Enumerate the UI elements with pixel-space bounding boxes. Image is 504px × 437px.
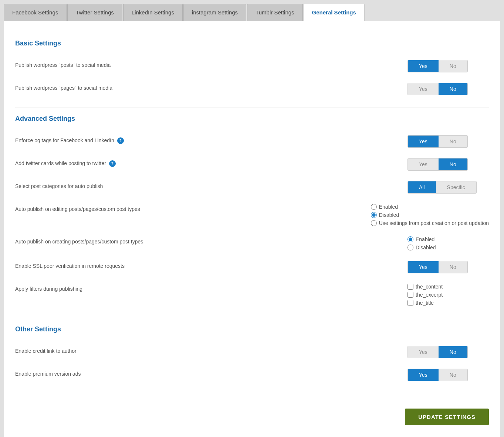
tab-instagram[interactable]: instagram Settings bbox=[183, 4, 246, 21]
post-categories-control: All Specific bbox=[407, 181, 489, 194]
premium-ads-yes-button[interactable]: Yes bbox=[408, 369, 439, 381]
enforce-og-row: Enforce og tags for Facebook and LinkedI… bbox=[15, 130, 489, 153]
publish-pages-yes-button[interactable]: Yes bbox=[408, 83, 439, 95]
credit-link-toggle: Yes No bbox=[407, 346, 468, 358]
advanced-other-divider bbox=[15, 318, 489, 318]
filter-the-excerpt-checkbox[interactable] bbox=[407, 292, 413, 298]
post-categories-specific-button[interactable]: Specific bbox=[436, 181, 476, 193]
advanced-settings-section: Advanced Settings Enforce og tags for Fa… bbox=[15, 115, 489, 311]
auto-publish-create-control: Enabled Disabled bbox=[407, 236, 489, 250]
auto-publish-edit-use-settings-option[interactable]: Use settings from post creation or post … bbox=[371, 220, 489, 226]
tab-linkedin[interactable]: LinkedIn Settings bbox=[123, 4, 183, 21]
filter-the-content-checkbox[interactable] bbox=[407, 284, 413, 290]
publish-pages-no-button[interactable]: No bbox=[439, 83, 467, 95]
apply-filters-checkbox-group: the_content the_excerpt the_title bbox=[407, 284, 443, 306]
tab-general[interactable]: General Settings bbox=[304, 4, 365, 21]
publish-posts-toggle: Yes No bbox=[407, 60, 468, 72]
auto-publish-edit-row: Auto publish on editing posts/pages/cust… bbox=[15, 199, 489, 231]
auto-publish-create-radio-group: Enabled Disabled bbox=[407, 236, 436, 250]
auto-publish-edit-label: Auto publish on editing posts/pages/cust… bbox=[15, 204, 371, 212]
ssl-label: Enable SSL peer verification in remote r… bbox=[15, 261, 407, 269]
credit-link-yes-button[interactable]: Yes bbox=[408, 346, 439, 358]
publish-pages-row: Publish wordpress `pages` to social medi… bbox=[15, 78, 489, 100]
twitter-cards-label: Add twitter cards while posting to twitt… bbox=[15, 158, 407, 167]
twitter-cards-toggle: Yes No bbox=[407, 158, 468, 171]
premium-ads-row: Enable premium version ads Yes No bbox=[15, 363, 489, 386]
twitter-cards-yes-button[interactable]: Yes bbox=[408, 158, 439, 170]
post-categories-toggle: All Specific bbox=[407, 181, 477, 194]
publish-posts-row: Publish wordpress `posts` to social medi… bbox=[15, 55, 489, 78]
tabs-bar: Facebook Settings Twitter Settings Linke… bbox=[4, 4, 500, 21]
apply-filters-label: Apply filters during publishing bbox=[15, 284, 407, 292]
basic-settings-section: Basic Settings Publish wordpress `posts`… bbox=[15, 40, 489, 100]
auto-publish-create-enabled-radio[interactable] bbox=[407, 236, 413, 242]
credit-link-label: Enable credit link to author bbox=[15, 346, 407, 354]
enforce-og-control: Yes No bbox=[407, 135, 489, 148]
publish-pages-control: Yes No bbox=[407, 83, 489, 95]
advanced-settings-title: Advanced Settings bbox=[15, 115, 489, 123]
auto-publish-edit-control: Enabled Disabled Use settings from post … bbox=[371, 204, 489, 226]
content-area: Basic Settings Publish wordpress `posts`… bbox=[4, 21, 500, 437]
publish-posts-no-button[interactable]: No bbox=[439, 60, 467, 72]
credit-link-no-button[interactable]: No bbox=[439, 346, 467, 358]
credit-link-control: Yes No bbox=[407, 346, 489, 358]
post-categories-all-button[interactable]: All bbox=[408, 181, 436, 193]
premium-ads-toggle: Yes No bbox=[407, 369, 468, 381]
auto-publish-edit-use-settings-radio[interactable] bbox=[371, 220, 377, 226]
enforce-og-label: Enforce og tags for Facebook and LinkedI… bbox=[15, 135, 407, 144]
auto-publish-create-row: Auto publish on creating posts/pages/cus… bbox=[15, 231, 489, 256]
tab-twitter[interactable]: Twitter Settings bbox=[67, 4, 122, 21]
twitter-cards-help-icon[interactable]: ? bbox=[109, 160, 116, 167]
filter-the-title-checkbox[interactable] bbox=[407, 300, 413, 306]
auto-publish-create-label: Auto publish on creating posts/pages/cus… bbox=[15, 236, 407, 245]
auto-publish-edit-enabled-option[interactable]: Enabled bbox=[371, 204, 489, 210]
post-categories-row: Select post categories for auto publish … bbox=[15, 176, 489, 199]
auto-publish-create-disabled-radio[interactable] bbox=[407, 245, 413, 250]
enforce-og-no-button[interactable]: No bbox=[439, 136, 467, 147]
auto-publish-edit-radio-group: Enabled Disabled Use settings from post … bbox=[371, 204, 489, 226]
update-settings-button[interactable]: UPDATE SETTINGS bbox=[405, 409, 489, 425]
filter-the-excerpt-option[interactable]: the_excerpt bbox=[407, 292, 443, 298]
twitter-cards-control: Yes No bbox=[407, 158, 489, 171]
basic-settings-title: Basic Settings bbox=[15, 40, 489, 47]
tab-tumblr[interactable]: Tumblr Settings bbox=[247, 4, 302, 21]
publish-pages-toggle: Yes No bbox=[407, 83, 468, 95]
auto-publish-edit-disabled-radio[interactable] bbox=[371, 212, 377, 218]
update-button-container: UPDATE SETTINGS bbox=[15, 397, 489, 425]
auto-publish-create-disabled-option[interactable]: Disabled bbox=[407, 245, 436, 250]
publish-posts-yes-button[interactable]: Yes bbox=[408, 60, 439, 72]
auto-publish-edit-disabled-option[interactable]: Disabled bbox=[371, 212, 489, 218]
other-settings-title: Other Settings bbox=[15, 325, 489, 333]
publish-pages-label: Publish wordpress `pages` to social medi… bbox=[15, 83, 407, 91]
ssl-toggle: Yes No bbox=[407, 261, 468, 273]
apply-filters-row: Apply filters during publishing the_cont… bbox=[15, 279, 489, 311]
ssl-control: Yes No bbox=[407, 261, 489, 273]
publish-posts-control: Yes No bbox=[407, 60, 489, 72]
filter-the-title-option[interactable]: the_title bbox=[407, 300, 443, 306]
auto-publish-edit-enabled-radio[interactable] bbox=[371, 204, 377, 210]
ssl-yes-button[interactable]: Yes bbox=[408, 261, 439, 273]
basic-advanced-divider bbox=[15, 107, 489, 107]
tab-facebook[interactable]: Facebook Settings bbox=[4, 4, 67, 21]
filter-the-content-option[interactable]: the_content bbox=[407, 284, 443, 290]
apply-filters-control: the_content the_excerpt the_title bbox=[407, 284, 489, 306]
page-wrapper: Facebook Settings Twitter Settings Linke… bbox=[0, 0, 504, 437]
premium-ads-label: Enable premium version ads bbox=[15, 369, 407, 377]
other-settings-section: Other Settings Enable credit link to aut… bbox=[15, 325, 489, 425]
premium-ads-no-button[interactable]: No bbox=[439, 369, 467, 381]
twitter-cards-no-button[interactable]: No bbox=[439, 158, 467, 170]
enforce-og-toggle: Yes No bbox=[407, 135, 468, 148]
premium-ads-control: Yes No bbox=[407, 369, 489, 381]
credit-link-row: Enable credit link to author Yes No bbox=[15, 341, 489, 363]
ssl-no-button[interactable]: No bbox=[439, 261, 467, 273]
enforce-og-help-icon[interactable]: ? bbox=[117, 137, 124, 144]
auto-publish-create-enabled-option[interactable]: Enabled bbox=[407, 236, 436, 242]
publish-posts-label: Publish wordpress `posts` to social medi… bbox=[15, 60, 407, 68]
ssl-row: Enable SSL peer verification in remote r… bbox=[15, 256, 489, 279]
post-categories-label: Select post categories for auto publish bbox=[15, 181, 407, 189]
enforce-og-yes-button[interactable]: Yes bbox=[408, 136, 439, 147]
twitter-cards-row: Add twitter cards while posting to twitt… bbox=[15, 153, 489, 176]
